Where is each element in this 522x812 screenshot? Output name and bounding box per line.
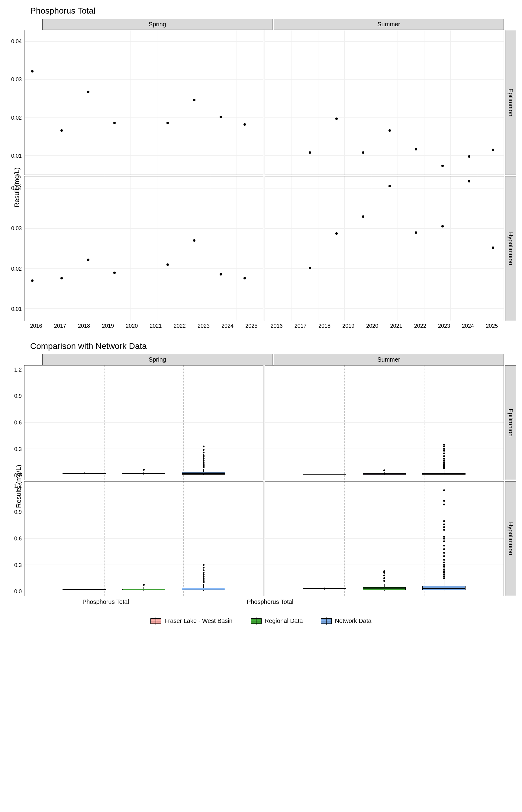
outlier-point [443,570,445,572]
data-point [415,231,417,234]
outlier-point [443,463,445,465]
outlier-point [203,569,204,571]
panel-summer-epi [265,30,504,175]
data-point [388,129,391,132]
x-cat: Phosphorus Total [24,598,187,605]
x-ticks: 2016201720182019202020212022202320242025… [24,323,516,329]
boxplot-box [62,589,105,590]
x-cat: Phosphorus Total [188,598,352,605]
outlier-point [443,455,445,457]
data-point [468,155,470,158]
boxplot-box [303,474,346,474]
data-point [166,122,169,124]
y-ticks: 0.00.30.60.91.2 [6,365,24,480]
boxplot-box [182,588,225,590]
data-point [492,149,494,151]
outlier-point [443,500,445,502]
y-ticks: 0.00.30.60.91.2 [6,481,24,596]
legend-label: Regional Data [265,617,303,624]
data-point [468,180,470,182]
facet2-row-hypo: Hypolimnion [505,481,516,596]
outlier-point [443,555,445,557]
data-point [31,280,34,282]
outlier-point [443,548,445,550]
outlier-point [383,572,385,574]
outlier-point [443,504,445,505]
data-point [243,277,246,280]
outlier-point [203,456,204,458]
panel2-spring-hypo [24,481,263,596]
outlier-point [443,444,445,446]
legend-item: Regional Data [251,617,303,624]
facet2-col-summer: Summer [274,354,504,365]
facet2-row-epi: Epilimnion [505,365,516,480]
outlier-point [203,579,204,581]
data-point [193,239,196,242]
facet-row-hypo: Hypolimnion [505,176,516,321]
outlier-point [383,469,385,471]
legend: Fraser Lake - West BasinRegional DataNet… [6,617,516,624]
boxplot-box [422,473,465,474]
outlier-point [443,489,445,491]
data-point [87,259,89,261]
outlier-point [443,559,445,561]
outlier-point [203,567,204,569]
data-point [362,216,364,218]
panel-spring-hypo [24,176,263,321]
outlier-point [203,446,204,447]
facet-col-summer: Summer [274,19,504,30]
outlier-point [143,584,145,586]
outlier-point [203,581,204,583]
outlier-point [203,564,204,566]
outlier-point [443,572,445,574]
data-point [60,277,63,280]
y-ticks: 0.010.020.030.04 [6,176,24,321]
outlier-point [203,574,204,575]
facet2-col-spring: Spring [42,354,273,365]
boxplot-box [303,588,346,589]
legend-label: Network Data [335,617,371,624]
data-point [220,273,222,276]
outlier-point [443,460,445,461]
legend-swatch [150,618,161,624]
data-point [492,246,494,249]
data-point [309,151,311,154]
data-point [193,99,196,101]
data-point [335,232,338,235]
data-point [335,118,338,120]
boxplot-box [363,473,406,474]
outlier-point [443,461,445,463]
outlier-point [443,541,445,542]
panel2-summer-hypo [265,481,504,596]
outlier-point [203,577,204,579]
outlier-point [443,450,445,452]
outlier-point [443,577,445,579]
data-point [166,263,169,266]
outlier-point [203,452,204,453]
outlier-point [203,449,204,451]
data-point [113,122,116,124]
x-category-row: Phosphorus Total Phosphorus Total [24,596,516,605]
outlier-point [443,526,445,528]
panel2-summer-epi [265,365,504,480]
outlier-point [443,564,445,566]
outlier-point [443,458,445,460]
scatter-facet-chart: Phosphorus Total Result (mg/L) Spring Su… [6,6,516,329]
outlier-point [443,538,445,540]
outlier-point [443,520,445,522]
legend-item: Network Data [321,617,371,624]
data-point [87,90,89,93]
outlier-point [203,461,204,463]
panel-spring-epi [24,30,263,175]
legend-label: Fraser Lake - West Basin [164,617,232,624]
outlier-point [443,448,445,450]
boxplot-box [363,587,406,590]
boxplot-box [182,472,225,474]
chart1-title: Phosphorus Total [30,6,516,16]
outlier-point [383,570,385,572]
chart2-title: Comparison with Network Data [30,341,516,351]
panel-summer-hypo [265,176,504,321]
y-ticks: 0.010.020.030.04 [6,30,24,175]
outlier-point [203,572,204,574]
outlier-point [383,574,385,576]
